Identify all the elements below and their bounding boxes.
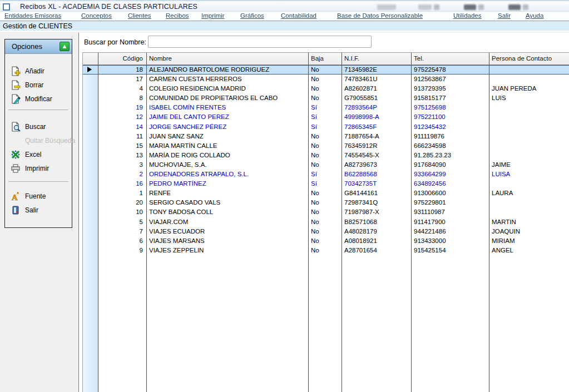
- cell-tel: 915815177: [411, 93, 489, 103]
- clients-table: CódigoNombreBajaN.I.F.Tel.Persona de Con…: [82, 52, 569, 392]
- cell-nif: A08018921: [342, 236, 411, 246]
- table-row[interactable]: 11JUAN SANZ SANZNo71887654-A911119876: [83, 132, 569, 141]
- table-row[interactable]: 8COMUNIDAD DE PROPIETARIOS EL CABONoG790…: [83, 93, 569, 103]
- menu-item-ayuda[interactable]: Ayuda: [526, 12, 543, 19]
- cell-tel: 917684090: [411, 160, 489, 170]
- cell-persona-de-contacto: [489, 103, 569, 112]
- cell-baja: Sí: [308, 112, 342, 122]
- sidebar-item-imprimir[interactable]: Imprimir: [5, 161, 72, 175]
- cell-codigo: 9: [98, 246, 146, 255]
- table-row[interactable]: 1RENFENoG84144161913006600LAURA: [83, 188, 569, 198]
- cell-nif: B82571068: [342, 217, 411, 227]
- column-header-baja[interactable]: Baja: [308, 53, 342, 65]
- table-row[interactable]: 7VIAJES ECUADORNoA48028179944221486JOAQU…: [83, 227, 569, 236]
- search-by-name-label: Buscar por Nombre:: [84, 38, 146, 46]
- cell-baja: No: [308, 188, 342, 198]
- menu-item-base-de-datos-personalizable[interactable]: Base de Datos Personalizable: [337, 12, 423, 19]
- column-header-persona-de-contacto[interactable]: Persona de Contacto: [489, 53, 569, 65]
- column-header-n-i-f[interactable]: N.I.F.: [342, 53, 411, 65]
- cell-nombre: JORGE SANCHEZ PÉREZ: [146, 122, 308, 132]
- cell-persona-de-contacto: [489, 207, 569, 217]
- cell-codigo: 19: [98, 103, 146, 112]
- cell-nif: 71887654-A: [342, 132, 411, 141]
- cell-nombre: JAIME DEL CANTO PEREZ: [146, 112, 308, 122]
- menu-item-imprimir[interactable]: Imprimir: [201, 12, 225, 19]
- cell-nombre: MARÍA DE ROIG COLLADO: [146, 151, 308, 160]
- cell-baja: No: [308, 151, 342, 160]
- menu-item-conceptos[interactable]: Conceptos: [81, 12, 112, 19]
- row-indicator-cell: [83, 151, 98, 160]
- table-row[interactable]: 16PEDRO MARTÍNEZSí70342735T634892456: [83, 179, 569, 188]
- table-row[interactable]: 5VIAJAR.COMNoB82571068911417900MARTIN: [83, 217, 569, 227]
- cell-nombre: COLEGIO RESIDENCIA MADRID: [146, 84, 308, 93]
- menu-item-clientes[interactable]: Clientes: [128, 12, 151, 19]
- column-header-nombre[interactable]: Nombre: [146, 53, 308, 65]
- cell-nif: 71345982E: [342, 65, 411, 75]
- table-row[interactable]: 17CARMEN CUESTA HERREROSNo74783461U91256…: [83, 75, 569, 84]
- cell-persona-de-contacto: [489, 198, 569, 207]
- cell-baja: Sí: [308, 170, 342, 179]
- sidebar-item-anadir[interactable]: Añadir: [5, 64, 72, 78]
- menu-item-graficos[interactable]: Gráficos: [240, 12, 264, 19]
- cell-persona-de-contacto: [489, 179, 569, 188]
- cell-persona-de-contacto: LAURA: [489, 188, 569, 198]
- cell-nif: A82602871: [342, 84, 411, 93]
- row-indicator-cell: [83, 141, 98, 151]
- table-row[interactable]: 18ALEJANDRO BARTOLOME RODRIGUEZNo7134598…: [83, 65, 569, 75]
- column-header-tel[interactable]: Tel.: [411, 53, 489, 65]
- up-arrow-icon[interactable]: ▲: [60, 42, 70, 51]
- blurred-toolbar-item: [523, 4, 528, 10]
- sidebar-item-modificar[interactable]: Modificar: [5, 92, 72, 106]
- cell-tel: 975125698: [411, 103, 489, 112]
- sidebar-item-label: Fuente: [25, 192, 46, 200]
- sidebar-item-label: Añadir: [25, 67, 44, 75]
- table-row[interactable]: 4COLEGIO RESIDENCIA MADRIDNoA82602871913…: [83, 84, 569, 93]
- table-row[interactable]: 3MUCHOVIAJE, S.A.NoA82739673917684090JAI…: [83, 160, 569, 170]
- menu-item-salir[interactable]: Salir: [498, 12, 511, 19]
- cell-nombre: ISABEL COMÍN FRENTES: [146, 103, 308, 112]
- cell-nif: G84144161: [342, 188, 411, 198]
- table-row[interactable]: 14JORGE SANCHEZ PÉREZSí72865345F91234543…: [83, 122, 569, 132]
- cell-codigo: 2: [98, 170, 146, 179]
- table-row[interactable]: 6VIAJES MARSANSNoA08018921913433000MIRIA…: [83, 236, 569, 246]
- menu-item-recibos[interactable]: Recibos: [166, 12, 189, 19]
- cell-tel: 911417900: [411, 217, 489, 227]
- cell-persona-de-contacto: JOAQUIN: [489, 227, 569, 236]
- table-row[interactable]: 19ISABEL COMÍN FRENTESSí72893564P9751256…: [83, 103, 569, 112]
- sidebar-item-quitar-busqueda[interactable]: Quitar Búsqueda: [5, 133, 72, 147]
- sidebar-item-buscar[interactable]: Buscar: [5, 120, 72, 133]
- menu-item-entidades-emisoras[interactable]: Entidades Emisoras: [4, 12, 61, 19]
- cell-nif: 74783461U: [342, 75, 411, 84]
- cell-nombre: SERGIO CASADO VALS: [146, 198, 308, 207]
- sidebar-item-excel[interactable]: Excel: [5, 147, 72, 161]
- row-indicator-cell: [83, 122, 98, 132]
- sidebar-item-borrar[interactable]: Borrar: [5, 78, 72, 92]
- add-record-icon: [11, 66, 21, 76]
- sidebar-item-salir[interactable]: Salir: [5, 203, 72, 217]
- table-row[interactable]: 9VIAJES ZEPPELINNoA28701654915425154ANGE…: [83, 246, 569, 255]
- menu-item-contabilidad[interactable]: Contabilidad: [281, 12, 316, 19]
- cell-baja: Sí: [308, 179, 342, 188]
- cell-nombre: PEDRO MARTÍNEZ: [146, 179, 308, 188]
- cell-tel: 911119876: [411, 132, 489, 141]
- sidebar-item-fuente[interactable]: AFuente: [5, 189, 72, 203]
- table-row[interactable]: 10TONY BADOSA COLLNo71987987-X931110987: [83, 207, 569, 217]
- cell-baja: No: [308, 217, 342, 227]
- cell-codigo: 16: [98, 179, 146, 188]
- table-row[interactable]: 12JAIME DEL CANTO PEREZSí49998998-A97522…: [83, 112, 569, 122]
- cell-tel: 913006600: [411, 188, 489, 198]
- table-row[interactable]: 15MARIA MARTÍN CALLENo76345912R666234598: [83, 141, 569, 151]
- font-icon: A: [11, 191, 21, 201]
- menu-item-utilidades[interactable]: Utilidades: [453, 12, 482, 19]
- options-panel-header: Opciones ▲: [5, 39, 72, 54]
- cell-persona-de-contacto: [489, 151, 569, 160]
- column-header-codigo[interactable]: Código: [98, 53, 146, 65]
- cell-tel: 975229801: [411, 198, 489, 207]
- menu-bar: Entidades EmisorasConceptosClientesRecib…: [0, 12, 569, 21]
- table-row[interactable]: 2ORDENADORES ATRAPALO, S.L.SíB6228856893…: [83, 170, 569, 179]
- search-by-name-input[interactable]: [148, 36, 372, 48]
- cell-nif: 74554545-X: [342, 151, 411, 160]
- window-title: Recibos XL - ACADEMIA DE CLASES PARTICUL…: [20, 3, 197, 11]
- table-row[interactable]: 13MARÍA DE ROIG COLLADONo74554545-X91.28…: [83, 151, 569, 160]
- table-row[interactable]: 20SERGIO CASADO VALSNo72987341Q975229801: [83, 198, 569, 207]
